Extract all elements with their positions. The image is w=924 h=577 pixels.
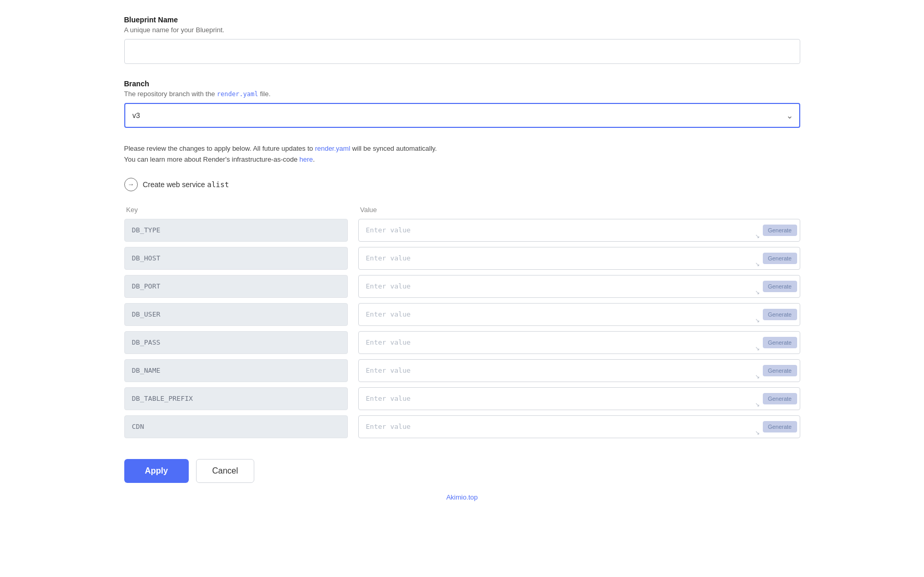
service-create-row: → Create web service alist: [124, 178, 800, 191]
key-column-header: Key: [124, 206, 348, 214]
value-input-4[interactable]: [358, 331, 800, 354]
cancel-button[interactable]: Cancel: [196, 459, 254, 483]
branch-select-wrapper: v3 main master develop ⌄: [124, 103, 800, 128]
value-input-5[interactable]: [358, 359, 800, 382]
generate-button-2[interactable]: Generate: [763, 281, 797, 292]
value-wrapper-7: ↘ Generate: [358, 415, 800, 438]
value-wrapper-3: ↘ Generate: [358, 303, 800, 326]
blueprint-name-input[interactable]: [124, 39, 800, 64]
footer-actions: Apply Cancel: [124, 459, 800, 483]
generate-button-3[interactable]: Generate: [763, 309, 797, 320]
value-wrapper-5: ↘ Generate: [358, 359, 800, 382]
apply-button[interactable]: Apply: [124, 459, 189, 483]
value-input-1[interactable]: [358, 247, 800, 270]
info-text-block: Please review the changes to apply below…: [124, 143, 800, 165]
value-wrapper-1: ↘ Generate: [358, 247, 800, 270]
here-link[interactable]: here: [300, 155, 313, 163]
generate-button-5[interactable]: Generate: [763, 365, 797, 376]
render-yaml-link2[interactable]: render.yaml: [315, 145, 350, 152]
render-yaml-link[interactable]: render.yaml: [217, 90, 258, 98]
value-input-0[interactable]: [358, 219, 800, 242]
value-column-header: Value: [358, 206, 800, 214]
generate-button-0[interactable]: Generate: [763, 225, 797, 236]
key-input-4: [124, 331, 348, 354]
generate-button-1[interactable]: Generate: [763, 253, 797, 264]
table-row: ↘ Generate: [124, 247, 800, 270]
value-input-3[interactable]: [358, 303, 800, 326]
footer-brand: Akimio.top: [124, 493, 800, 501]
branch-group: Branch The repository branch with the re…: [124, 80, 800, 128]
key-input-3: [124, 303, 348, 326]
branch-label: Branch: [124, 80, 800, 88]
key-input-0: [124, 219, 348, 242]
branch-description: The repository branch with the render.ya…: [124, 90, 800, 98]
blueprint-name-description: A unique name for your Blueprint.: [124, 26, 800, 34]
service-name: alist: [207, 180, 229, 189]
value-input-2[interactable]: [358, 275, 800, 298]
key-input-5: [124, 359, 348, 382]
key-input-2: [124, 275, 348, 298]
info-line2: You can learn more about Render's infras…: [124, 154, 800, 165]
generate-button-7[interactable]: Generate: [763, 421, 797, 432]
branch-description-prefix: The repository branch with the: [124, 90, 217, 98]
value-input-7[interactable]: [358, 415, 800, 438]
value-input-6[interactable]: [358, 387, 800, 410]
value-wrapper-0: ↘ Generate: [358, 219, 800, 242]
key-input-1: [124, 247, 348, 270]
key-input-7: [124, 415, 348, 438]
kv-rows-container: ↘ Generate ↘ Generate ↘ Generate ↘ Gene: [124, 219, 800, 438]
blueprint-name-label: Blueprint Name: [124, 16, 800, 24]
generate-button-6[interactable]: Generate: [763, 393, 797, 404]
table-row: ↘ Generate: [124, 275, 800, 298]
table-row: ↘ Generate: [124, 219, 800, 242]
blueprint-name-group: Blueprint Name A unique name for your Bl…: [124, 16, 800, 64]
table-row: ↘ Generate: [124, 303, 800, 326]
table-row: ↘ Generate: [124, 359, 800, 382]
key-input-6: [124, 387, 348, 410]
value-wrapper-4: ↘ Generate: [358, 331, 800, 354]
generate-button-4[interactable]: Generate: [763, 337, 797, 348]
value-wrapper-2: ↘ Generate: [358, 275, 800, 298]
arrow-circle-icon: →: [124, 178, 138, 191]
branch-select[interactable]: v3 main master develop: [124, 103, 800, 128]
table-row: ↘ Generate: [124, 415, 800, 438]
value-wrapper-6: ↘ Generate: [358, 387, 800, 410]
info-line1: Please review the changes to apply below…: [124, 143, 800, 154]
branch-description-suffix: file.: [258, 90, 270, 98]
kv-section: Key Value ↘ Generate ↘ Generate ↘ Gen: [124, 206, 800, 438]
table-row: ↘ Generate: [124, 387, 800, 410]
table-row: ↘ Generate: [124, 331, 800, 354]
kv-header: Key Value: [124, 206, 800, 214]
service-create-label: Create web service alist: [143, 180, 229, 189]
